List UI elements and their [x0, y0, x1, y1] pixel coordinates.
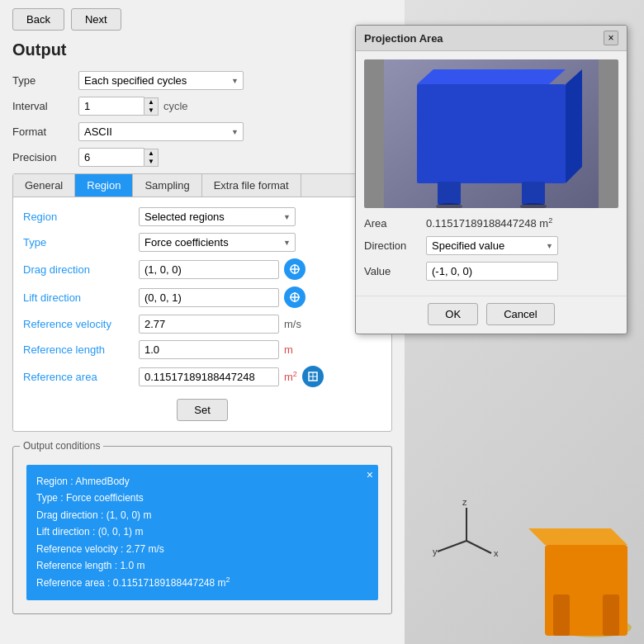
dialog-area-label: Area: [364, 217, 426, 230]
interval-spinner[interactable]: ▲ ▼: [78, 97, 159, 116]
ref-area-label: Reference area: [23, 371, 139, 383]
lift-direction-row: Lift direction: [23, 286, 381, 308]
format-select[interactable]: ASCII: [78, 122, 244, 141]
output-line-2: Type : Force coefficients: [36, 490, 368, 506]
output-conditions-close-btn[interactable]: ×: [367, 468, 373, 481]
interval-unit: cycle: [163, 100, 188, 112]
projection-area-dialog: Projection Area ×: [355, 25, 627, 334]
page-title: Output: [12, 40, 392, 59]
drag-direction-row: Drag direction: [23, 258, 381, 280]
tab-extra-file-format[interactable]: Extra file format: [202, 174, 301, 197]
ref-length-label: Reference length: [23, 343, 139, 356]
format-row: Format ASCII: [12, 122, 392, 141]
type-inner-select-wrapper[interactable]: Force coefficients: [139, 233, 296, 252]
dialog-direction-label: Direction: [364, 239, 426, 252]
ref-velocity-label: Reference velocity: [23, 318, 139, 330]
region-select-wrapper[interactable]: Selected regions: [139, 207, 296, 226]
svg-point-26: [436, 203, 462, 208]
drag-direction-icon-btn[interactable]: [284, 258, 305, 280]
type-inner-select[interactable]: Force coefficients: [139, 233, 296, 252]
svg-marker-2: [528, 528, 627, 545]
crosshair-icon-2: [289, 291, 301, 303]
dialog-value-input[interactable]: [426, 262, 558, 281]
svg-text:z: z: [462, 497, 467, 507]
interval-row: Interval ▲ ▼ cycle: [12, 97, 392, 116]
area-icon: [307, 371, 319, 382]
output-line-3: Drag direction : (1, 0, 0) m: [36, 507, 368, 523]
lift-direction-icon-btn[interactable]: [284, 286, 305, 308]
output-conditions-fieldset: Output conditions × Region : AhmedBody T…: [12, 440, 392, 614]
svg-rect-3: [553, 594, 570, 636]
tabs-container: General Region Sampling Extra file forma…: [12, 173, 392, 432]
tab-general[interactable]: General: [13, 174, 75, 197]
region-select[interactable]: Selected regions: [139, 207, 296, 226]
interval-down[interactable]: ▼: [144, 107, 158, 115]
svg-rect-24: [438, 182, 461, 205]
output-line-5: Reference velocity : 2.77 m/s: [36, 541, 368, 557]
type-select[interactable]: Each specified cycles: [78, 71, 244, 90]
output-conditions-text: Region : AhmedBody Type : Force coeffici…: [36, 473, 368, 592]
ref-velocity-unit: m/s: [284, 318, 301, 330]
svg-line-6: [438, 541, 466, 552]
svg-line-5: [466, 541, 491, 553]
tab-sampling[interactable]: Sampling: [133, 174, 201, 197]
drag-direction-input[interactable]: [139, 260, 279, 279]
precision-up[interactable]: ▲: [144, 149, 158, 158]
format-label: Format: [12, 125, 78, 138]
interval-label: Interval: [12, 100, 78, 112]
precision-label: Precision: [12, 151, 78, 163]
dialog-ok-btn[interactable]: OK: [428, 303, 478, 325]
svg-point-27: [520, 203, 547, 208]
dialog-direction-select-wrapper[interactable]: Specified value: [426, 236, 558, 255]
dialog-value-label: Value: [364, 265, 426, 277]
ref-velocity-row: Reference velocity m/s: [23, 315, 381, 334]
format-select-wrapper[interactable]: ASCII: [78, 122, 244, 141]
lift-direction-label: Lift direction: [23, 291, 139, 304]
lift-direction-input[interactable]: [139, 288, 279, 307]
back-button[interactable]: Back: [12, 8, 64, 31]
dialog-cancel-btn[interactable]: Cancel: [486, 303, 554, 325]
projection-svg: [384, 59, 599, 208]
svg-text:y: y: [433, 547, 438, 556]
dialog-footer: OK Cancel: [356, 296, 627, 334]
ref-area-input[interactable]: [139, 367, 279, 386]
type-inner-row: Type Force coefficients: [23, 233, 381, 252]
next-button[interactable]: Next: [71, 8, 121, 31]
output-line-4: Lift direction : (0, 0, 1) m: [36, 523, 368, 540]
set-button[interactable]: Set: [177, 399, 228, 421]
projection-preview: [364, 59, 618, 208]
tab-region[interactable]: Region: [75, 174, 133, 197]
output-line-1: Region : AhmedBody: [36, 473, 368, 490]
dialog-direction-select[interactable]: Specified value: [426, 236, 558, 255]
precision-input[interactable]: [78, 148, 144, 167]
svg-rect-25: [522, 182, 545, 205]
output-line-6: Reference length : 1.0 m: [36, 557, 368, 574]
axis-indicator: x y z: [429, 495, 504, 570]
region-tab-content: Region Selected regions Type Force coeff…: [13, 197, 391, 431]
dialog-value-row: Value: [364, 262, 618, 281]
ref-velocity-input[interactable]: [139, 315, 279, 334]
type-select-wrapper[interactable]: Each specified cycles: [78, 71, 244, 90]
ref-area-row: Reference area m2: [23, 366, 381, 387]
3d-object: [479, 462, 644, 644]
type-row: Type Each specified cycles: [12, 71, 392, 90]
svg-marker-22: [417, 69, 566, 84]
precision-spinner-btns: ▲ ▼: [144, 149, 159, 167]
ref-area-icon-btn[interactable]: [302, 366, 324, 387]
dialog-titlebar: Projection Area ×: [356, 26, 627, 51]
toolbar: Back Next: [12, 8, 392, 31]
crosshair-icon: [289, 263, 301, 275]
precision-spinner[interactable]: ▲ ▼: [78, 148, 159, 167]
ref-length-row: Reference length m: [23, 340, 381, 359]
ref-length-unit: m: [284, 343, 293, 356]
ref-length-input[interactable]: [139, 340, 279, 359]
svg-marker-23: [566, 69, 582, 183]
interval-up[interactable]: ▲: [144, 98, 158, 107]
interval-input[interactable]: [78, 97, 144, 116]
precision-down[interactable]: ▼: [144, 158, 158, 166]
output-line-7: Reference area : 0.11517189188447248 m2: [36, 574, 368, 591]
dialog-close-btn[interactable]: ×: [604, 31, 618, 45]
dialog-area-row: Area 0.11517189188447248 m2: [364, 216, 618, 230]
type-label: Type: [12, 74, 78, 87]
svg-rect-4: [603, 594, 619, 636]
